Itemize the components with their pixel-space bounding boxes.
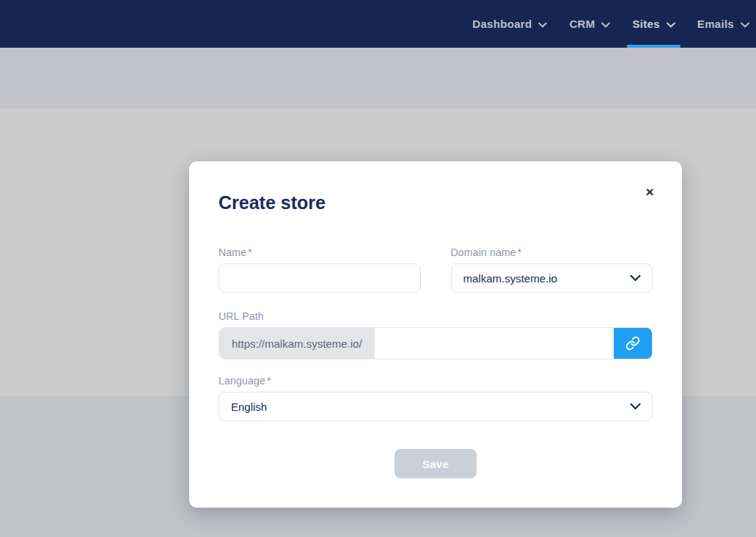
url-path-field: URL Path https://malkam.systeme.io/	[219, 311, 653, 359]
chevron-down-icon	[667, 22, 675, 28]
domain-select-value: malkam.systeme.io	[463, 272, 557, 285]
domain-label: Domain name*	[451, 247, 653, 258]
required-asterisk: *	[267, 375, 271, 387]
chevron-down-icon	[601, 22, 610, 28]
nav-item-emails-label: Emails	[697, 18, 734, 30]
main-nav: Dashboard CRM Sites Emails	[455, 0, 755, 48]
language-field: Language* English	[219, 376, 653, 421]
domain-select[interactable]: malkam.systeme.io	[451, 263, 653, 293]
language-label: Language*	[219, 376, 653, 387]
chevron-down-icon	[741, 22, 749, 28]
chevron-down-icon	[538, 22, 547, 28]
nav-item-crm-label: CRM	[569, 18, 595, 30]
required-asterisk: *	[248, 246, 252, 258]
url-path-label: URL Path	[219, 311, 653, 322]
nav-item-sites[interactable]: Sites	[627, 0, 680, 48]
nav-item-dashboard-label: Dashboard	[472, 18, 532, 30]
url-prefix: https://malkam.systeme.io/	[219, 328, 375, 359]
name-domain-row: Name* Domain name* malkam.systeme.io	[219, 247, 653, 293]
close-icon[interactable]: ×	[641, 183, 658, 201]
nav-item-sites-label: Sites	[632, 18, 659, 30]
modal-actions: Save	[219, 449, 653, 478]
name-field: Name*	[219, 247, 421, 293]
chevron-down-icon	[630, 274, 641, 282]
name-label: Name*	[219, 247, 421, 258]
language-select-value: English	[231, 401, 267, 413]
top-navbar: Dashboard CRM Sites Emails	[0, 0, 756, 48]
language-select[interactable]: English	[219, 392, 653, 421]
nav-item-emails[interactable]: Emails	[692, 0, 755, 48]
page-background-upper	[0, 48, 756, 109]
link-button[interactable]	[614, 328, 652, 359]
link-icon	[625, 336, 640, 351]
active-tab-underline	[627, 45, 680, 48]
nav-item-crm[interactable]: CRM	[564, 0, 615, 48]
url-path-input[interactable]	[375, 328, 614, 359]
name-input[interactable]	[219, 263, 421, 293]
modal-title: Create store	[219, 192, 653, 213]
create-store-modal: × Create store Name* Domain name* malkam…	[189, 161, 682, 508]
chevron-down-icon	[630, 403, 641, 410]
nav-item-dashboard[interactable]: Dashboard	[467, 0, 552, 48]
required-asterisk: *	[518, 246, 522, 258]
save-button[interactable]: Save	[394, 449, 477, 478]
url-path-group: https://malkam.systeme.io/	[219, 327, 653, 359]
domain-field: Domain name* malkam.systeme.io	[451, 247, 653, 293]
